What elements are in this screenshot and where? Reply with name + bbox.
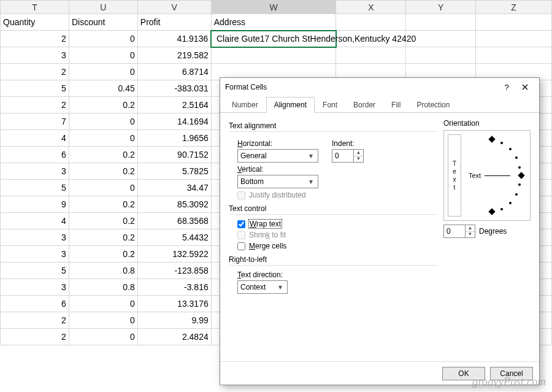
cell[interactable]: 3 bbox=[1, 246, 69, 263]
cell[interactable] bbox=[406, 47, 476, 64]
cell[interactable]: 5 bbox=[1, 80, 69, 97]
cell[interactable]: 6.8714 bbox=[137, 64, 211, 80]
cell[interactable] bbox=[406, 31, 476, 47]
cell[interactable]: 85.3092 bbox=[137, 196, 211, 213]
cell[interactable]: 0.2 bbox=[69, 213, 137, 229]
header-cell[interactable]: Profit bbox=[137, 14, 211, 31]
column-header-V[interactable]: V bbox=[137, 1, 211, 14]
cell[interactable]: 219.582 bbox=[137, 47, 211, 64]
spinner-down-icon[interactable]: ▼ bbox=[466, 232, 475, 238]
horizontal-select[interactable]: General ▾ bbox=[237, 149, 318, 163]
header-cell[interactable]: Discount bbox=[69, 14, 137, 31]
cell[interactable]: 0 bbox=[69, 312, 137, 329]
cell[interactable]: 0 bbox=[69, 113, 137, 130]
cell[interactable] bbox=[476, 47, 552, 64]
column-header-Y[interactable]: Y bbox=[406, 1, 476, 14]
header-cell[interactable]: Address bbox=[211, 14, 336, 31]
cell[interactable]: 9 bbox=[1, 196, 69, 213]
cell[interactable]: 0.8 bbox=[69, 279, 137, 296]
cell[interactable]: -383.031 bbox=[137, 80, 211, 97]
cell[interactable]: 1.9656 bbox=[137, 130, 211, 147]
cell[interactable]: 132.5922 bbox=[137, 246, 211, 263]
cell[interactable] bbox=[211, 47, 336, 64]
orientation-box[interactable]: Text Text bbox=[443, 130, 531, 221]
wrap-text-checkbox[interactable]: Wrap text bbox=[237, 220, 437, 228]
cell[interactable]: 0 bbox=[69, 47, 137, 64]
cell[interactable]: 41.9136 bbox=[137, 31, 211, 47]
cancel-button[interactable]: Cancel bbox=[490, 367, 533, 380]
cell[interactable]: 5 bbox=[1, 263, 69, 279]
cell[interactable]: 14.1694 bbox=[137, 113, 211, 130]
tab-protection[interactable]: Protection bbox=[408, 97, 458, 113]
cell[interactable]: 68.3568 bbox=[137, 213, 211, 229]
cell[interactable]: 0 bbox=[69, 130, 137, 147]
indent-input[interactable] bbox=[332, 150, 353, 162]
cell[interactable]: 5.7825 bbox=[137, 163, 211, 180]
cell[interactable]: -123.858 bbox=[137, 263, 211, 279]
column-header-T[interactable]: T bbox=[1, 1, 69, 14]
cell[interactable]: 2 bbox=[1, 31, 69, 47]
cell[interactable]: 34.47 bbox=[137, 180, 211, 196]
cell[interactable]: 6 bbox=[1, 147, 69, 163]
close-icon[interactable] bbox=[516, 80, 534, 94]
cell[interactable]: 6 bbox=[1, 296, 69, 312]
header-cell[interactable] bbox=[406, 14, 476, 31]
header-cell[interactable] bbox=[336, 14, 406, 31]
cell[interactable]: 0.2 bbox=[69, 147, 137, 163]
column-header-Z[interactable]: Z bbox=[476, 1, 552, 14]
cell[interactable]: 3 bbox=[1, 279, 69, 296]
cell[interactable]: 0.2 bbox=[69, 196, 137, 213]
cell[interactable]: 2 bbox=[1, 97, 69, 113]
cell[interactable]: 4 bbox=[1, 130, 69, 147]
cell[interactable]: 0 bbox=[69, 329, 137, 345]
cell[interactable]: 2 bbox=[1, 329, 69, 345]
cell[interactable]: 4 bbox=[1, 213, 69, 229]
spinner-up-icon[interactable]: ▲ bbox=[354, 150, 363, 156]
cell[interactable]: 0 bbox=[69, 180, 137, 196]
cell[interactable]: 0.2 bbox=[69, 97, 137, 113]
tab-alignment[interactable]: Alignment bbox=[266, 97, 315, 113]
degrees-input[interactable] bbox=[444, 225, 465, 237]
vertical-select[interactable]: Bottom ▾ bbox=[237, 175, 318, 188]
cell[interactable]: 2.4824 bbox=[137, 329, 211, 345]
cell[interactable]: 0.8 bbox=[69, 263, 137, 279]
header-cell[interactable]: Quantity bbox=[1, 14, 69, 31]
cell[interactable]: 0.2 bbox=[69, 163, 137, 180]
tab-number[interactable]: Number bbox=[224, 97, 266, 113]
cell[interactable]: 13.3176 bbox=[137, 296, 211, 312]
cell[interactable]: -3.816 bbox=[137, 279, 211, 296]
cell[interactable] bbox=[336, 47, 406, 64]
indent-spinner[interactable]: ▲▼ bbox=[332, 149, 364, 163]
cell[interactable]: 5 bbox=[1, 180, 69, 196]
cell[interactable]: 3 bbox=[1, 229, 69, 246]
cell[interactable]: 9.99 bbox=[137, 312, 211, 329]
column-header-W[interactable]: W bbox=[211, 1, 336, 14]
tab-fill[interactable]: Fill bbox=[383, 97, 408, 113]
column-header-U[interactable]: U bbox=[69, 1, 137, 14]
cell[interactable]: 0 bbox=[69, 296, 137, 312]
cell[interactable]: 5.4432 bbox=[137, 229, 211, 246]
help-icon[interactable]: ? bbox=[497, 80, 516, 94]
cell[interactable]: 0 bbox=[69, 64, 137, 80]
cell[interactable]: 2.5164 bbox=[137, 97, 211, 113]
orientation-vertical-text-button[interactable]: Text bbox=[448, 134, 461, 217]
spinner-down-icon[interactable]: ▼ bbox=[354, 156, 363, 163]
cell[interactable]: 3 bbox=[1, 47, 69, 64]
cell[interactable]: 2 bbox=[1, 64, 69, 80]
cell[interactable]: 90.7152 bbox=[137, 147, 211, 163]
degrees-spinner[interactable]: ▲▼ bbox=[443, 225, 475, 238]
header-cell[interactable] bbox=[476, 14, 552, 31]
tab-font[interactable]: Font bbox=[315, 97, 345, 113]
merge-cells-checkbox[interactable]: Merge cells bbox=[237, 242, 437, 250]
column-header-X[interactable]: X bbox=[336, 1, 406, 14]
ok-button[interactable]: OK bbox=[442, 367, 485, 380]
spinner-up-icon[interactable]: ▲ bbox=[466, 225, 475, 232]
cell[interactable]: 0.45 bbox=[69, 80, 137, 97]
cell[interactable]: 0 bbox=[69, 31, 137, 47]
tab-border[interactable]: Border bbox=[345, 97, 383, 113]
cell[interactable]: 7 bbox=[1, 113, 69, 130]
cell[interactable]: 0.2 bbox=[69, 229, 137, 246]
cell[interactable] bbox=[476, 31, 552, 47]
cell[interactable]: 0.2 bbox=[69, 246, 137, 263]
cell[interactable]: 3 bbox=[1, 163, 69, 180]
